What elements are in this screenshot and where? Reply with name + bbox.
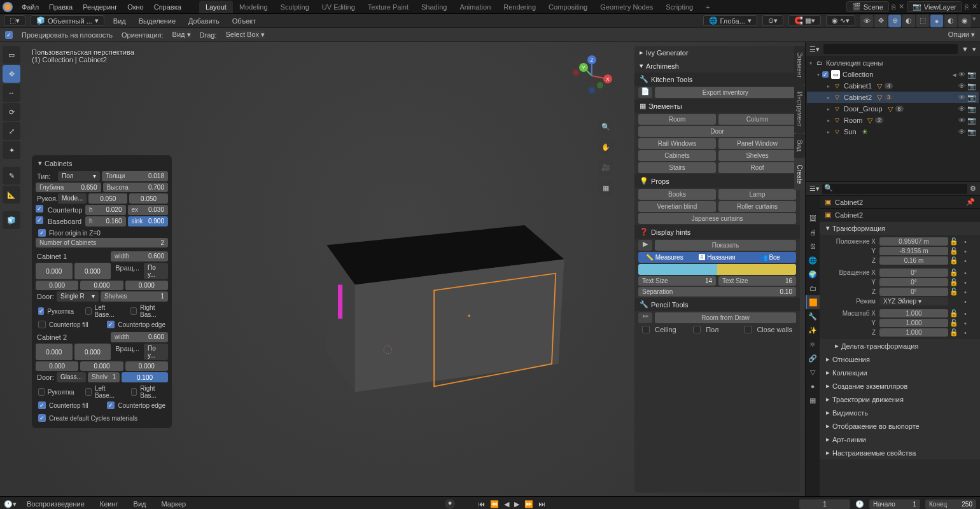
jump-start-icon[interactable]: ⏮ xyxy=(478,500,485,508)
shade-wire-icon[interactable]: ⬚ xyxy=(916,15,929,27)
custom-header[interactable]: ▸ Настраиваемые свойства xyxy=(820,446,980,459)
menu-help[interactable]: Справка xyxy=(149,1,186,13)
menu-render[interactable]: Рендеринг xyxy=(78,1,122,13)
tab-modeling[interactable]: Modeling xyxy=(233,1,274,13)
hint-toggle[interactable]: 📏 Measures 🅰 Названия 👥 Все xyxy=(638,252,796,263)
ptab-world[interactable]: 🌍 xyxy=(806,267,820,281)
collection-row[interactable]: ▾▭Collection ◂👁📷 xyxy=(807,69,979,80)
delta-header[interactable]: ▸ Дельта-трансформация xyxy=(820,339,980,352)
outliner-item-cabinet1[interactable]: ▸▽Cabinet1▽4👁📷 xyxy=(807,80,979,92)
tab-texture[interactable]: Texture Paint xyxy=(361,1,415,13)
shade-matprev-icon[interactable]: ◐ xyxy=(944,15,957,27)
shelves2-field[interactable]: Shelv1 xyxy=(88,372,120,382)
menu-select[interactable]: Выделение xyxy=(135,16,179,26)
start-frame[interactable]: Начало1 xyxy=(869,499,920,509)
pin-icon[interactable]: 📌 xyxy=(966,198,975,206)
eye-icon[interactable]: 👁 xyxy=(958,71,965,79)
ptab-scene[interactable]: 🌐 xyxy=(806,253,820,267)
options-dropdown[interactable]: Опции ▾ xyxy=(948,31,975,39)
breadcrumb-obj[interactable]: Cabinet2 xyxy=(835,199,863,206)
ptab-viewlayer[interactable]: 🖻 xyxy=(806,239,820,253)
ptab-object[interactable]: 🟧 xyxy=(806,295,820,309)
ptab-output[interactable]: 🖨 xyxy=(806,225,820,239)
tab-uv[interactable]: UV Editing xyxy=(316,1,361,13)
collections-header[interactable]: ▸ Коллекции xyxy=(820,366,980,379)
rot-val[interactable]: По у... xyxy=(144,263,168,279)
ptab-texture[interactable]: ▦ xyxy=(806,393,820,407)
ptab-collection[interactable]: 🗀 xyxy=(806,281,820,295)
obj-name-field[interactable]: ▣Cabinet2 xyxy=(820,209,980,221)
countertop-check[interactable] xyxy=(36,205,43,213)
cab2-width[interactable]: width0.600 xyxy=(111,332,168,342)
cabinets-button[interactable]: Cabinets xyxy=(638,150,716,161)
new-collection-icon[interactable]: ▾ xyxy=(972,45,976,53)
cab1-v2[interactable]: 0.000 xyxy=(74,263,111,279)
ptab-render[interactable]: 🖼 xyxy=(806,211,820,225)
handle2-check[interactable] xyxy=(38,388,45,396)
rightbase1-check[interactable] xyxy=(130,307,137,315)
posy-field[interactable]: -8.9156 m xyxy=(879,247,948,255)
ptab-modifiers[interactable]: 🔧 xyxy=(806,309,820,323)
tab-layout[interactable]: Layout xyxy=(199,1,233,13)
ct-ex[interactable]: ex0.030 xyxy=(128,205,169,215)
motion-header[interactable]: ▸ Траектории движения xyxy=(820,393,980,406)
bb-h[interactable]: h0.160 xyxy=(85,216,126,227)
roty-field[interactable]: 0° xyxy=(879,278,948,286)
c1z3[interactable]: 0.000 xyxy=(125,281,168,290)
props-search[interactable]: 🔍 xyxy=(822,184,967,194)
scene-new-icon[interactable]: ⎘ xyxy=(892,3,896,11)
posx-field[interactable]: 0.95907 m xyxy=(879,237,948,246)
export-icon[interactable]: 📄 xyxy=(638,87,652,98)
tab-geonodes[interactable]: Geometry Nodes xyxy=(594,1,659,13)
gizmo-icon[interactable]: ✥ xyxy=(874,15,887,27)
tl-playback[interactable]: Воспроизведение xyxy=(22,498,90,509)
menu-edit[interactable]: Правка xyxy=(44,1,78,13)
scene-del-icon[interactable]: ✕ xyxy=(899,3,904,11)
viewlayer-field[interactable]: 📷 ViewLayer xyxy=(907,1,962,12)
end-frame[interactable]: Конец250 xyxy=(925,499,976,509)
cab2-v2[interactable]: 0.000 xyxy=(74,344,111,360)
thickness-field[interactable]: Толщи0.018 xyxy=(102,171,168,181)
rightbase2-check[interactable] xyxy=(131,388,137,396)
pencil-icon[interactable]: ✏ xyxy=(638,312,652,323)
ct-h[interactable]: h0.020 xyxy=(85,205,126,215)
shelves-button[interactable]: Shelves xyxy=(718,150,796,161)
tool-move[interactable]: ↔ xyxy=(3,84,20,102)
scene-collection-row[interactable]: ▾🗀Коллекция сцены xyxy=(807,57,979,69)
venetian-button[interactable]: Venetian blind xyxy=(638,201,716,212)
show-button[interactable]: Показать xyxy=(655,240,796,251)
roller-button[interactable]: Roller curtains xyxy=(718,201,796,212)
lock-icon[interactable]: 🔓 xyxy=(948,237,960,246)
ptab-physics[interactable]: ⚛ xyxy=(806,337,820,351)
tool-addcube[interactable]: 🧊 xyxy=(3,211,20,229)
handle1-check[interactable] xyxy=(38,307,44,315)
ctfill2-check[interactable] xyxy=(38,401,46,409)
menu-add[interactable]: Добавить xyxy=(185,16,223,26)
tab-sculpting[interactable]: Sculpting xyxy=(274,1,316,13)
type-dropdown[interactable]: Пол▾ xyxy=(58,171,100,181)
tl-view[interactable]: Вид xyxy=(129,498,151,509)
scalex-field[interactable]: 1.000 xyxy=(879,309,948,317)
c1z2[interactable]: 0.000 xyxy=(80,281,123,290)
tab-add[interactable]: + xyxy=(699,1,716,13)
props-type-icon[interactable]: ☰▾ xyxy=(809,185,820,193)
japanese-button[interactable]: Japanese curtains xyxy=(638,213,796,224)
leftbase2-check[interactable] xyxy=(85,388,92,396)
depth-field[interactable]: Глубина0.650 xyxy=(36,183,101,192)
outliner-type-icon[interactable]: ☰▾ xyxy=(809,45,820,53)
extra2-field[interactable]: 0.100 xyxy=(122,372,168,382)
room-button[interactable]: Room xyxy=(638,114,716,125)
rotz-field[interactable]: 0° xyxy=(879,288,948,296)
editor-type-dropdown[interactable]: ⬚▾ xyxy=(4,15,25,26)
door-button[interactable]: Door xyxy=(638,126,796,137)
scalez-field[interactable]: 1.000 xyxy=(879,328,948,337)
menu-window[interactable]: Окно xyxy=(122,1,149,13)
play-icon[interactable]: ▶ xyxy=(638,240,652,251)
rotmode-field[interactable]: XYZ Эйлер ▾ xyxy=(879,297,948,305)
cab1-v1[interactable]: 0.000 xyxy=(36,263,73,279)
exclude-icon[interactable]: ◂ xyxy=(953,71,956,79)
door1-dropdown[interactable]: Single R▾ xyxy=(57,291,99,302)
play-icon[interactable]: ▶ xyxy=(514,500,519,508)
pivot-dropdown[interactable]: ⊙▾ xyxy=(762,15,783,26)
project-plane-check[interactable] xyxy=(5,31,13,39)
